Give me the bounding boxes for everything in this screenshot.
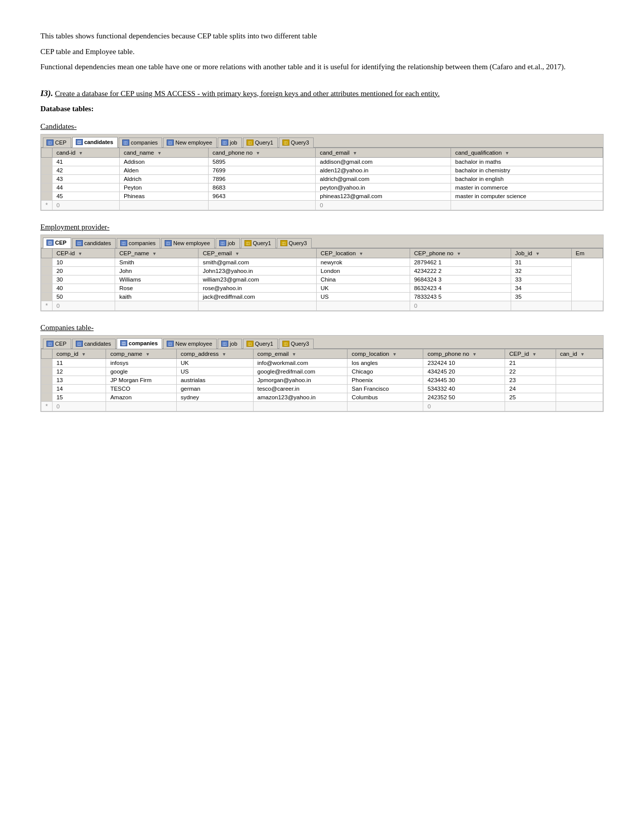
table-cell	[176, 402, 253, 411]
tab-newemployee[interactable]: ◫ New employee	[163, 137, 217, 148]
ctab-query3-icon: ◫	[282, 341, 289, 347]
table-cell: 35	[511, 293, 571, 301]
ecol-cep-location[interactable]: CEP_location ▼	[316, 249, 410, 258]
ccol-comp-location[interactable]: comp_location ▼	[348, 349, 423, 359]
col-cand-id[interactable]: cand-id ▼	[52, 148, 119, 158]
table-cell: newyrok	[316, 258, 410, 267]
table-cell: 0	[52, 301, 115, 311]
row-selector	[41, 367, 53, 376]
table-cell: 32	[511, 267, 571, 275]
row-selector	[41, 158, 53, 166]
ecol-cep-email[interactable]: CEP_email ▼	[199, 249, 316, 258]
table-cell: 33	[511, 275, 571, 284]
table-cell: Phoenix	[348, 376, 423, 385]
table-cell: 40	[52, 284, 115, 293]
ccol-comp-id[interactable]: comp_id ▼	[52, 349, 106, 359]
etab-newemployee[interactable]: ◫ New employee	[161, 238, 215, 248]
ecol-cep-id[interactable]: CEP-id ▼	[52, 249, 115, 258]
table-row: 44Peyton8683peyton@yahoo.inmaster in com…	[41, 183, 603, 192]
table-new-row: *00	[41, 301, 603, 311]
ccol-comp-address[interactable]: comp_address ▼	[176, 349, 253, 359]
table-cell: 242352 50	[423, 393, 505, 402]
etab-newemployee-label: New employee	[173, 240, 210, 246]
etab-job[interactable]: ◫ job	[216, 238, 240, 248]
ccol-comp-name[interactable]: comp_name ▼	[106, 349, 176, 359]
ccol-comp-phone[interactable]: comp_phone no ▼	[423, 349, 505, 359]
table-cell: los angles	[348, 359, 423, 367]
table-cell: kaith	[115, 293, 199, 301]
row-selector	[41, 267, 53, 275]
col-cand-name[interactable]: cand_name ▼	[119, 148, 208, 158]
ecol-selector-header	[41, 249, 53, 258]
col-cand-qual[interactable]: cand_qualification ▼	[451, 148, 603, 158]
table-cell: 15	[52, 393, 106, 402]
ctab-job[interactable]: ◫ job	[218, 339, 242, 349]
ccol-can-id[interactable]: can_id ▼	[556, 349, 603, 359]
col-cand-email[interactable]: cand_email ▼	[316, 148, 451, 158]
table-cell: aldrich@gmail.com	[316, 175, 451, 183]
etab-query1-icon: ◫	[244, 240, 252, 246]
ecol-job-id[interactable]: Job_id ▼	[511, 249, 571, 258]
ccol-comp-email[interactable]: comp_email ▼	[253, 349, 348, 359]
query3-tab-label: Query3	[291, 140, 309, 146]
table-cell	[119, 201, 208, 210]
table-cell: 34	[511, 284, 571, 293]
ecol-em[interactable]: Em	[571, 249, 603, 258]
ccol-selector-header	[41, 349, 53, 359]
tab-cep[interactable]: ◫ CEP	[43, 137, 71, 148]
tab-query3[interactable]: ◫ Query3	[279, 137, 314, 148]
etab-candidates[interactable]: ◫ candidates	[72, 238, 116, 248]
table-cell: 43	[52, 175, 119, 183]
table-row: 40Roserose@yahoo.inUK8632423 434	[41, 284, 603, 293]
ctab-query1[interactable]: ◫ Query1	[243, 339, 278, 349]
table-row: 43Aldrich7896aldrich@gmail.combachalor i…	[41, 175, 603, 183]
ctab-job-label: job	[230, 341, 237, 347]
table-cell: Addison	[119, 158, 208, 166]
table-cell: 0	[52, 402, 106, 411]
ctab-newemployee-icon: ◫	[167, 341, 174, 347]
table-cell: 7896	[208, 175, 316, 183]
ecol-cep-phone[interactable]: CEP_phone no ▼	[410, 249, 511, 258]
etab-companies[interactable]: ◫ companies	[117, 238, 160, 248]
table-cell	[556, 367, 603, 376]
ctab-candidates[interactable]: ◫ candidates	[72, 339, 116, 349]
col-cand-phone[interactable]: cand_phone no ▼	[208, 148, 316, 158]
etab-job-label: job	[228, 240, 235, 246]
table-cell	[556, 359, 603, 367]
table-cell: TESCO	[106, 385, 176, 393]
ctab-job-icon: ◫	[221, 341, 228, 347]
ctab-newemployee-label: New employee	[175, 341, 212, 347]
tab-job[interactable]: ◫ job	[218, 137, 242, 148]
ccol-cep-id[interactable]: CEP_id ▼	[505, 349, 556, 359]
query3-tab-icon: ◫	[282, 140, 289, 146]
table-cell: alden12@yahoo.in	[316, 166, 451, 175]
etab-cep[interactable]: ◫ CEP	[43, 238, 71, 248]
table-cell: bachalor in maths	[451, 158, 603, 166]
table-row: 45Phineas9643phineas123@gmail.commaster …	[41, 192, 603, 201]
table-cell: info@workmail.com	[253, 359, 348, 367]
table-cell: Jpmorgan@yahoo.in	[253, 376, 348, 385]
table-cell: 44	[52, 183, 119, 192]
ctab-cep[interactable]: ◫ CEP	[43, 339, 71, 349]
tab-query1[interactable]: ◫ Query1	[243, 137, 278, 148]
ecol-cep-name[interactable]: CEP_name ▼	[115, 249, 199, 258]
intro-para3: Functional dependencies mean one table h…	[40, 61, 604, 73]
ctab-newemployee[interactable]: ◫ New employee	[163, 339, 217, 349]
ctab-companies[interactable]: ◫ companies	[117, 338, 162, 349]
tab-companies[interactable]: ◫ companies	[119, 137, 162, 148]
etab-companies-icon: ◫	[120, 240, 127, 246]
table-cell	[115, 301, 199, 311]
row-selector	[41, 192, 53, 201]
table-cell: google	[106, 367, 176, 376]
ctab-query3[interactable]: ◫ Query3	[279, 339, 314, 349]
row-selector	[41, 293, 53, 301]
tab-candidates[interactable]: ◫ candidates	[72, 137, 118, 148]
candidates-table-wrap: cand-id ▼ cand_name ▼ cand_phone no ▼ ca…	[41, 148, 603, 210]
etab-query1[interactable]: ◫ Query1	[241, 238, 276, 248]
table-cell: Peyton	[119, 183, 208, 192]
table-cell: 41	[52, 158, 119, 166]
etab-query3[interactable]: ◫ Query3	[277, 238, 312, 248]
table-cell: 0	[423, 402, 505, 411]
table-cell: Smith	[115, 258, 199, 267]
table-cell: 9684324 3	[410, 275, 511, 284]
